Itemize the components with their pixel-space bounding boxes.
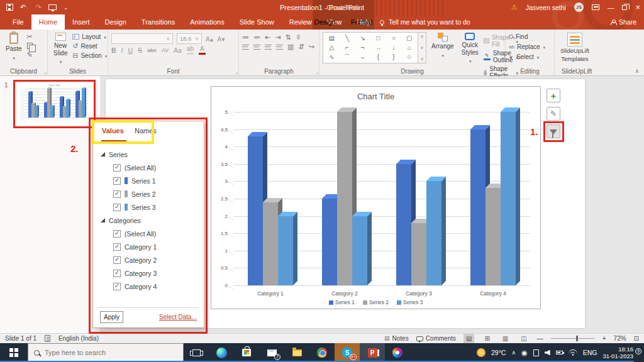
collapse-ribbon-icon[interactable]: ∧ [635,68,639,74]
checkbox[interactable] [113,243,121,251]
task-view-button[interactable] [184,343,209,362]
quick-styles-button[interactable]: Quick Styles [459,32,481,66]
slideuplift-templates-button[interactable]: SlideUpLift Templates [558,32,592,66]
clear-formatting-button[interactable]: abc [147,47,157,53]
bold-button[interactable]: B [111,47,116,54]
bar-series-1-category-4[interactable] [470,129,486,285]
contextual-tab-format[interactable]: Format [343,14,380,30]
warning-icon[interactable]: ⚠ [511,3,518,11]
chart-filters-button[interactable] [547,124,560,138]
numbering-icon[interactable]: ≕ [253,34,260,41]
store-button[interactable] [234,343,259,362]
filter-item-series-1[interactable]: Series 1 [93,174,204,187]
tab-file[interactable]: File [5,14,31,30]
chart-title[interactable]: Chart Title [211,92,540,101]
search-input[interactable] [45,349,164,356]
shape-icon[interactable]: ⌣ [360,54,365,60]
cut-icon[interactable]: ✂ [27,33,33,40]
shape-icon[interactable]: } [392,54,394,60]
filter-item-category-1[interactable]: Category 1 [93,240,204,253]
minimize-button[interactable]: — [608,4,614,11]
checkbox[interactable] [113,256,121,264]
reading-view-button[interactable]: ▥ [500,334,511,343]
shape-icon[interactable]: → [375,45,381,51]
shapes-scrollbar[interactable]: ∧ ∨ ∨ [418,32,426,63]
columns-icon[interactable]: ▥ [287,43,294,50]
more-shapes-icon[interactable]: ∨ [420,57,423,62]
checkbox[interactable] [113,164,121,172]
zoom-level[interactable]: 72% [614,335,626,342]
tell-me-box[interactable]: Tell me what you want to do [380,14,470,30]
start-button[interactable] [0,343,28,362]
tray-chevron-icon[interactable]: ∧ [511,350,516,356]
tab-transitions[interactable]: Transitions [134,14,182,30]
taskbar-search[interactable] [28,343,184,362]
smartart-icon[interactable]: ↪ [309,43,314,50]
apply-button[interactable]: Apply [100,311,123,323]
filter-item-category-4[interactable]: Category 4 [93,280,204,293]
align-center-icon[interactable] [253,45,260,50]
shape-icon[interactable]: ∿ [329,54,334,60]
skype-button[interactable]: S9+ [335,343,360,362]
fit-to-window-icon[interactable]: ⊡ [634,335,639,342]
text-direction-icon[interactable]: ⇵ [298,43,304,50]
chart-object[interactable]: Chart Title 00.511.522.533.544.55Categor… [211,86,541,309]
select-data-link[interactable]: Select Data... [159,314,197,321]
shape-icon[interactable]: △ [329,45,334,51]
zoom-out-button[interactable]: — [537,335,543,342]
tab-design[interactable]: Design [97,14,134,30]
checkbox[interactable] [113,270,121,277]
user-name[interactable]: Jasveen sethi [526,4,566,11]
scroll-up-icon[interactable]: ∧ [420,34,423,39]
file-explorer-button[interactable] [284,343,309,362]
checkbox[interactable] [113,177,121,185]
strikethrough-button[interactable]: S [138,47,142,54]
shape-icon[interactable]: ⌂ [408,45,411,51]
bar-series-3-category-2[interactable] [50,106,53,118]
chart-elements-button[interactable]: + [547,89,560,102]
find-button[interactable]: Find [509,33,545,40]
zoom-in-button[interactable]: + [602,335,606,342]
bar-series-2-category-4[interactable] [486,188,501,285]
filter-item-series-2[interactable]: Series 2 [93,187,204,200]
font-name-combo[interactable] [111,33,173,44]
ribbon-display-options-icon[interactable] [592,4,599,10]
copy-icon[interactable] [27,43,33,49]
align-right-icon[interactable] [265,45,272,50]
bar-series-3-category-4[interactable] [82,89,85,118]
decrease-indent-icon[interactable]: ⇤ [265,34,270,41]
bar-series-3-category-3[interactable] [66,100,69,118]
change-case-button[interactable]: Aa [174,47,182,54]
chart-styles-button[interactable]: ✎ [547,107,560,121]
grow-font-icon[interactable]: A▴ [206,35,213,43]
checkbox[interactable] [113,283,121,290]
bar-series-1-category-2[interactable] [322,199,337,285]
bullets-icon[interactable]: ≔ [242,34,249,41]
shape-icon[interactable]: ↓ [392,45,395,51]
section-button[interactable]: ⊟Section [72,52,107,59]
slide-sorter-button[interactable]: ⊞ [482,334,492,343]
format-painter-icon[interactable]: ✎ [27,52,33,58]
bar-series-3-category-1[interactable] [35,106,38,118]
checkbox[interactable] [113,230,121,238]
dialog-launcher-icon[interactable]: ⌟ [316,69,318,75]
character-spacing-button[interactable]: AV [162,47,169,53]
filter-item-category-2[interactable]: Category 2 [93,253,204,266]
tree-collapse-icon[interactable] [101,218,105,222]
customize-qat-icon[interactable]: ⌄ [64,4,69,11]
font-size-combo[interactable]: 18.6 [177,33,202,44]
dialog-launcher-icon[interactable]: ⌟ [502,69,504,75]
align-left-icon[interactable] [242,45,249,50]
legend-item-series-1[interactable]: Series 1 [329,299,355,305]
filter-item--select-all-[interactable]: (Select All) [93,161,204,174]
filter-group-series[interactable]: Series [93,148,204,161]
powerpoint-button[interactable]: P [360,343,385,362]
tab-insert[interactable]: Insert [65,14,97,30]
normal-view-button[interactable]: ▤ [464,334,474,343]
shape-icon[interactable]: □ [376,35,380,41]
tab-home[interactable]: Home [31,14,65,30]
contextual-tab-design[interactable]: Design [306,14,343,30]
redo-icon[interactable]: ↷ [36,3,42,11]
replace-button[interactable]: abReplace [509,43,545,50]
undo-button[interactable]: ↶ [20,3,29,11]
